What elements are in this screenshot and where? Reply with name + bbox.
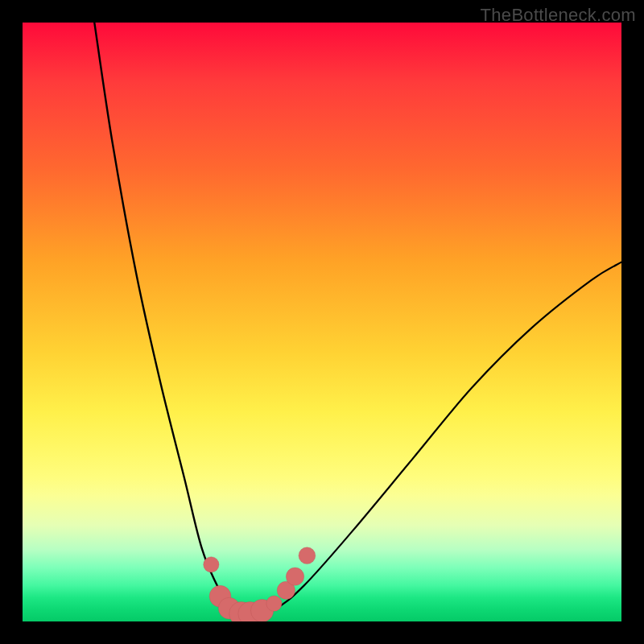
marker-dot xyxy=(266,596,282,611)
watermark-text: TheBottleneck.com xyxy=(481,5,636,26)
marker-dot xyxy=(218,597,240,619)
marker-dot xyxy=(209,585,231,607)
marker-dot xyxy=(299,547,316,564)
curve-layer xyxy=(23,23,621,621)
chart-canvas xyxy=(23,23,621,621)
left-curve xyxy=(94,23,244,616)
marker-dot xyxy=(204,557,219,572)
marker-dot xyxy=(250,599,273,621)
marker-dot xyxy=(277,581,295,599)
marker-dot xyxy=(286,568,303,585)
right-curve xyxy=(244,262,621,616)
marker-dot xyxy=(229,601,254,621)
marker-dot xyxy=(238,601,262,621)
marker-layer xyxy=(23,23,621,621)
